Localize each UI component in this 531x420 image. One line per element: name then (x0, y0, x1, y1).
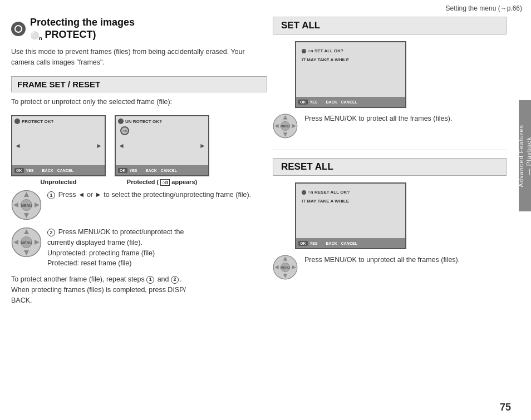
section-title: Protecting the images ⚪n PROTECT) (30, 17, 135, 41)
dpad-icon-2: MENU (11, 227, 42, 258)
screen-arrows-protected: ◄ ► (116, 142, 208, 150)
left-column: Protecting the images ⚪n PROTECT) Use th… (11, 17, 267, 403)
screens-row: PROTECT OK? ◄ ► OK YES BACK CANCEL Unpro… (11, 115, 267, 185)
reset-all-small-icon (302, 190, 306, 195)
svg-text:MENU: MENU (21, 241, 32, 245)
protect-badge-text: ○n (122, 129, 126, 132)
dpad-svg-2: MENU (11, 227, 42, 258)
set-all-line1: ○n SET ALL OK? (308, 48, 343, 55)
reset-all-screen: ○n RESET ALL OK? IT MAY TAKE A WHILE OK … (295, 182, 406, 249)
step1-content: 1 Press ◄ or ► to select the protecting/… (47, 190, 251, 200)
back-btn: BACK (41, 168, 55, 173)
foot-circle-2: 2 (171, 276, 179, 284)
protect-icon-inner (14, 25, 22, 33)
dpad-svg-1: MENU (11, 190, 42, 220)
frame-set-reset-heading: FRAME SET / RESET (11, 76, 267, 92)
top-bar-text: Setting the menu (→p.66) (446, 4, 522, 12)
step2-num: 2 (47, 229, 55, 236)
right-arrow: ► (96, 142, 102, 150)
svg-text:MENU: MENU (21, 204, 32, 207)
reset-all-line2: IT MAY TAKE A WHILE (302, 198, 350, 205)
svg-text:MENU: MENU (281, 266, 290, 269)
protected-screen-label: UN ROTECT OK? (125, 119, 162, 124)
unprotected-screen: PROTECT OK? ◄ ► OK YES BACK CANCEL (11, 115, 106, 176)
set-all-yes: YES (310, 100, 318, 104)
sub-text: To protect or unprotect only the selecte… (11, 97, 267, 107)
section-title-line2: ⚪n PROTECT) (30, 29, 135, 41)
protect-symbol-badge: ○n (160, 179, 170, 186)
reset-all-dpad: MENU (273, 255, 298, 280)
protected-screen-top: UN ROTECT OK? (118, 118, 162, 124)
yes-label: YES (26, 169, 34, 172)
set-all-screen: ○n SET ALL OK? IT MAY TAKE A WHILE OK YE… (295, 41, 406, 108)
cam-icon (14, 118, 20, 124)
section-title-row: Protecting the images ⚪n PROTECT) (11, 17, 267, 41)
screen-arrows-unprotected: ◄ ► (12, 142, 105, 150)
set-all-line2: IT MAY TAKE A WHILE (302, 57, 349, 63)
reset-all-screen-text: ○n RESET ALL OK? IT MAY TAKE A WHILE (302, 189, 350, 205)
step1-row: MENU 1 Press ◄ or ► to select the protec… (11, 190, 267, 220)
reset-all-cancel: CANCEL (341, 241, 357, 245)
reset-all-back: BACK (324, 241, 339, 246)
dpad-icon-1: MENU (11, 190, 42, 220)
reset-all-screen-bottom: OK YES BACK CANCEL (296, 238, 405, 248)
set-all-action-text: Press MENU/OK to protect all the frames … (304, 113, 452, 124)
section-title-line1: Protecting the images (30, 17, 135, 29)
steps-section: MENU 1 Press ◄ or ► to select the protec… (11, 190, 267, 269)
set-all-dpad-svg: MENU (273, 113, 298, 139)
top-bar: Setting the menu (→p.66) (446, 4, 522, 12)
page-number: 75 (500, 402, 511, 413)
set-all-screen-text: ○n SET ALL OK? IT MAY TAKE A WHILE (302, 48, 349, 63)
side-tab-text: Advanced Features — Playback (517, 125, 531, 187)
left-arrow: ◄ (14, 142, 21, 150)
protect-badge: ○n (120, 126, 129, 135)
set-all-screen-bottom: OK YES BACK CANCEL (296, 97, 405, 107)
step2-content: 2 Press MENU/OK to protect/unprotect the… (47, 227, 184, 269)
set-all-heading: SET ALL (273, 17, 507, 34)
set-all-ok: OK (298, 100, 308, 105)
set-all-dpad: MENU (273, 113, 298, 139)
right-column: SET ALL ○n SET ALL OK? IT MAY TAKE A WHI… (273, 17, 507, 403)
protected-caption-text: Protected ( (127, 179, 159, 185)
cancel-label: CANCEL (57, 169, 73, 172)
protected-screen-container: UN ROTECT OK? ○n ◄ ► OK YES BACK CANCEL (115, 115, 209, 185)
left-arrow-2: ◄ (118, 142, 125, 150)
protected-screen-bottom: OK YES BACK CANCEL (116, 165, 208, 175)
reset-all-ok: OK (298, 241, 308, 246)
step1-num: 1 (47, 191, 55, 199)
unprotected-screen-bottom: OK YES BACK CANCEL (12, 165, 105, 175)
section-title-protect-text: PROTECT) (45, 29, 96, 40)
unprotected-screen-top: PROTECT OK? (14, 118, 53, 124)
reset-all-line1: ○n RESET ALL OK? (308, 189, 350, 196)
foot-circle-1: 1 (146, 276, 154, 284)
ok-btn-2: OK (118, 168, 127, 173)
cancel-label-2: CANCEL (161, 169, 177, 172)
side-tab-line1: Advanced Features (518, 125, 524, 187)
footer-text: To protect another frame (file), repeat … (11, 274, 267, 305)
right-arrow-2: ► (199, 142, 206, 150)
unprotected-screen-label: PROTECT OK? (22, 119, 53, 124)
reset-all-heading: RESET ALL (273, 158, 507, 176)
reset-all-action-row: MENU Press MENU/OK to unprotect all the … (273, 255, 507, 280)
reset-all-dpad-svg: MENU (273, 255, 298, 280)
set-all-action-row: MENU Press MENU/OK to protect all the fr… (273, 113, 507, 139)
protected-screen: UN ROTECT OK? ○n ◄ ► OK YES BACK CANCEL (115, 115, 209, 176)
protect-icon (11, 22, 26, 36)
yes-label-2: YES (130, 169, 137, 172)
back-btn-2: BACK (144, 168, 159, 173)
divider (273, 150, 507, 150)
unprotected-caption: Unprotected (41, 179, 77, 185)
ok-btn: OK (14, 168, 24, 173)
step2-row: MENU 2 Press MENU/OK to protect/unprotec… (11, 227, 267, 269)
intro-text: Use this mode to prevent frames (files) … (11, 47, 267, 68)
protected-caption: Protected ( ○n appears) (127, 179, 197, 185)
reset-all-yes: YES (310, 241, 318, 245)
protected-caption-appears: appears) (171, 179, 197, 185)
set-all-back: BACK (324, 100, 339, 105)
protect-symbol: ⚪n (30, 31, 42, 39)
side-tab-line2: — Playback (525, 137, 531, 175)
set-all-cancel: CANCEL (341, 100, 357, 104)
step1-text: Press ◄ or ► to select the protecting/un… (58, 191, 251, 199)
reset-all-icon-row: ○n RESET ALL OK? (302, 189, 350, 196)
set-all-small-icon (302, 49, 306, 53)
